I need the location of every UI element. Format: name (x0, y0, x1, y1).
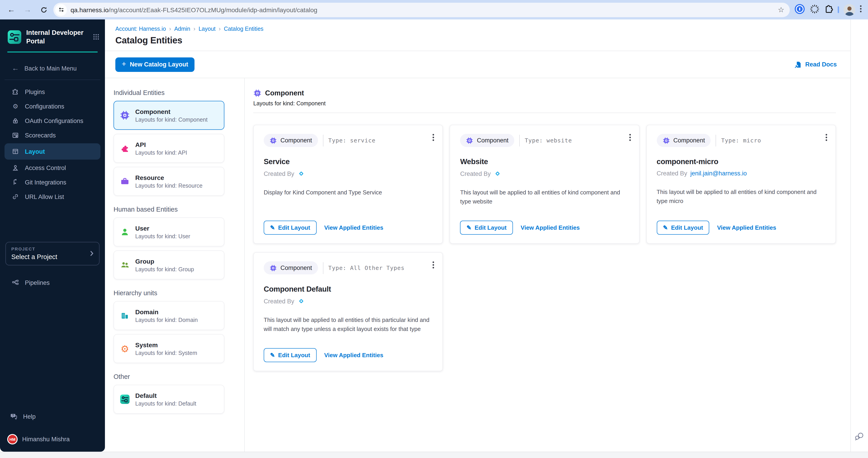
card-menu-icon[interactable] (431, 260, 436, 272)
edit-layout-button[interactable]: ✎ Edit Layout (264, 348, 316, 362)
url-text[interactable]: qa.harness.io/ng/account/zEaak-FLS425IEO… (70, 6, 317, 13)
card-actions: ✎ Edit Layout View Applied Entities (264, 348, 383, 362)
sidebar-user[interactable]: HM Himanshu Mishra (0, 434, 105, 445)
breadcrumb-separator: › (219, 25, 221, 32)
sidebar-item-git-integrations[interactable]: Git Integrations (0, 175, 105, 190)
created-by-label: Created By (656, 170, 687, 177)
browser-profile-avatar[interactable] (844, 4, 855, 15)
sidebar-item-label: URL Allow List (25, 193, 64, 200)
person-icon (12, 164, 19, 171)
browser-menu-icon[interactable] (860, 5, 862, 14)
view-applied-entities-link[interactable]: View Applied Entities (324, 224, 383, 231)
chat-bubbles-icon[interactable] (855, 432, 864, 443)
view-applied-entities-link[interactable]: View Applied Entities (717, 224, 776, 231)
component-chip-icon (253, 89, 261, 97)
back-to-main-menu[interactable]: ← Back to Main Menu (12, 64, 105, 72)
breadcrumb-admin[interactable]: Admin (174, 26, 190, 32)
entity-item-domain[interactable]: Domain Layouts for kind: Domain (114, 301, 224, 330)
panel-subtitle: Layouts for kind: Component (253, 100, 836, 107)
scorecard-icon (12, 132, 19, 139)
user-name: Himanshu Mishra (22, 436, 70, 443)
card-description: Display for Kind Component and Type Serv… (264, 188, 433, 197)
edit-layout-button[interactable]: ✎ Edit Layout (656, 221, 709, 235)
sidebar-item-layout[interactable]: Layout (4, 143, 100, 160)
entity-item-resource[interactable]: Resource Layouts for kind: Resource (114, 167, 224, 196)
teal-divider (7, 51, 98, 53)
brand: Internal Developer Portal (0, 20, 105, 45)
sidebar-item-label: Git Integrations (25, 179, 66, 186)
layout-card-component-micro: Component Type: micro component-micro Cr… (646, 125, 836, 244)
breadcrumb-account[interactable]: Account: Harness.io (115, 26, 166, 32)
pencil-icon: ✎ (270, 224, 275, 231)
type-value: All Other Types (350, 264, 405, 271)
view-applied-entities-link[interactable]: View Applied Entities (521, 224, 580, 231)
entity-item-user[interactable]: User Layouts for kind: User (114, 218, 224, 247)
sidebar-item-configurations[interactable]: ⚙ Configurations (0, 99, 105, 113)
layout-cards-grid: Component Type: service Service Created … (253, 125, 836, 371)
forward-icon[interactable]: → (21, 3, 34, 17)
default-idp-icon (120, 394, 130, 404)
layout-card-component-default: Component Type: All Other Types Componen… (253, 252, 443, 371)
card-menu-icon[interactable] (431, 132, 436, 144)
kind-badge: Component (656, 134, 711, 147)
edit-layout-button[interactable]: ✎ Edit Layout (460, 221, 513, 235)
type-label: Type: (329, 264, 346, 271)
sidebar-item-url-allow-list[interactable]: URL Allow List (0, 190, 105, 204)
browser-toolbar: ← → qa.harness.io/ng/account/zEaak-FLS42… (0, 0, 868, 20)
created-by-row: Created By (264, 170, 433, 177)
bookmark-star-icon[interactable]: ☆ (775, 5, 787, 14)
kind-badge: Component (264, 261, 318, 274)
docs-icon (795, 61, 802, 68)
kind-badge-label: Component (280, 264, 312, 271)
back-icon[interactable]: ← (4, 3, 18, 17)
breadcrumb-catalog-entities[interactable]: Catalog Entities (224, 26, 264, 32)
sidebar-item-help[interactable]: ? Help (0, 413, 105, 421)
entity-item-component[interactable]: Component Layouts for kind: Component (114, 101, 224, 130)
breadcrumb-layout[interactable]: Layout (198, 26, 216, 32)
badge-divider (323, 262, 323, 274)
system-gear-icon: ⚙ (120, 344, 130, 354)
entity-item-system[interactable]: ⚙ System Layouts for kind: System (114, 334, 224, 363)
url-bar[interactable]: qa.harness.io/ng/account/zEaak-FLS425IEO… (53, 2, 790, 17)
entity-item-default[interactable]: Default Layouts for kind: Default (114, 385, 224, 414)
sidebar-item-scorecards[interactable]: Scorecards (0, 128, 105, 142)
tune-icon[interactable] (55, 4, 67, 15)
read-docs-link[interactable]: Read Docs (795, 61, 837, 68)
layouts-panel: Component Layouts for kind: Component Co (245, 78, 850, 452)
card-actions: ✎ Edit Layout View Applied Entities (656, 221, 776, 235)
created-by-link[interactable]: jenil.jain@harness.io (690, 170, 747, 177)
sidebar-item-plugins[interactable]: Plugins (0, 85, 105, 99)
puzzle-icon (12, 88, 19, 95)
view-applied-entities-link[interactable]: View Applied Entities (324, 352, 383, 359)
grid-icon[interactable] (93, 34, 99, 40)
sidebar-item-pipelines[interactable]: Pipelines (0, 279, 105, 286)
edit-layout-button[interactable]: ✎ Edit Layout (264, 221, 316, 235)
pipelines-icon (12, 279, 19, 286)
panel-header: Component (253, 89, 836, 97)
profile-indicator-bar (838, 6, 839, 13)
new-catalog-layout-button[interactable]: + New Catalog Layout (115, 57, 194, 72)
card-menu-icon[interactable] (628, 132, 632, 144)
entity-item-subtitle: Layouts for kind: Resource (135, 183, 203, 189)
reload-icon[interactable] (37, 3, 51, 17)
sidebar-item-access-control[interactable]: Access Control (0, 161, 105, 175)
user-avatar: HM (7, 434, 18, 445)
entity-item-title: Group (135, 258, 194, 265)
entity-item-group[interactable]: Group Layouts for kind: Group (114, 251, 224, 280)
sidebar-item-oauth-configurations[interactable]: OAuth Configurations (0, 113, 105, 128)
card-title: component-micro (656, 157, 826, 166)
new-catalog-layout-label: New Catalog Layout (130, 61, 188, 68)
project-selector[interactable]: PROJECT Select a Project (5, 242, 99, 265)
card-menu-icon[interactable] (824, 132, 829, 144)
entity-item-api[interactable]: API Layouts for kind: API (114, 134, 224, 163)
kind-badge-label: Component (477, 137, 508, 144)
loading-extension-icon[interactable] (810, 4, 819, 15)
entity-item-subtitle: Layouts for kind: API (135, 150, 187, 156)
entity-item-subtitle: Layouts for kind: Default (135, 400, 196, 407)
edit-layout-label: Edit Layout (278, 352, 310, 359)
password-manager-icon[interactable] (794, 3, 805, 16)
app-window: Internal Developer Portal ← Back to Main… (0, 20, 868, 458)
toolbar: + New Catalog Layout Read Docs (105, 51, 850, 78)
breadcrumb: Account: Harness.io › Admin › Layout › C… (115, 25, 840, 32)
extensions-puzzle-icon[interactable] (824, 4, 833, 15)
